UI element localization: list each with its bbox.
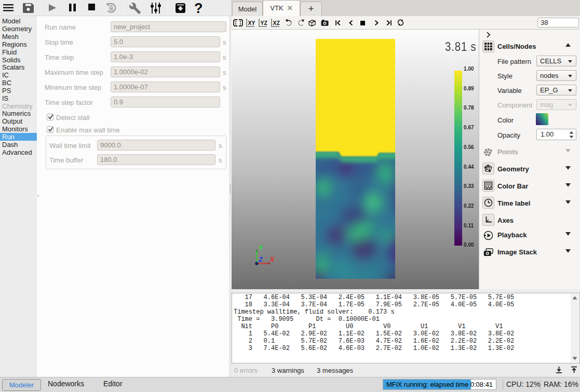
svg-text:Z: Z (259, 256, 263, 263)
svg-text:YZ: YZ (261, 20, 268, 26)
svg-text:Y: Y (259, 245, 263, 252)
svg-text:X: X (269, 256, 275, 263)
svg-text:XY: XY (248, 20, 255, 26)
svg-text:XZ: XZ (273, 20, 280, 26)
